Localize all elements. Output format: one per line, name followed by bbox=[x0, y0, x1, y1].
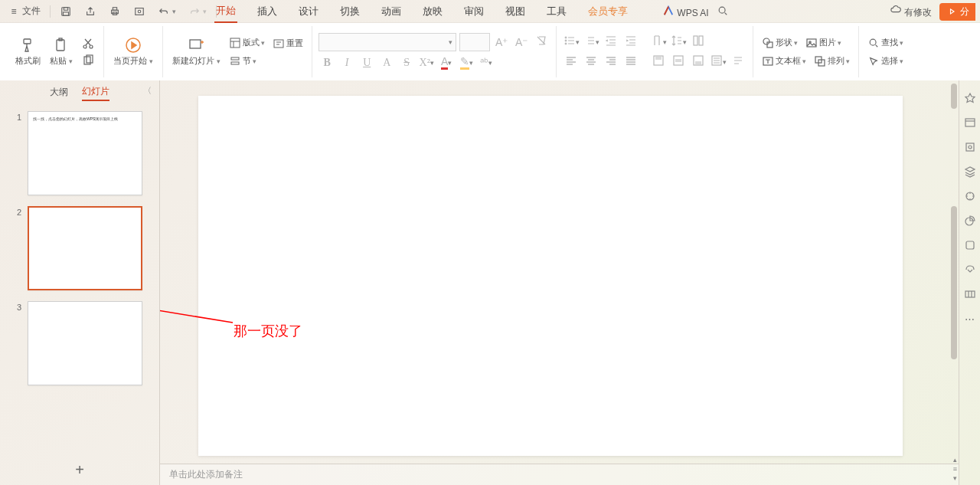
valign-bottom-button[interactable] bbox=[690, 54, 707, 70]
rail-tool1-button[interactable] bbox=[963, 214, 977, 228]
text-direction-icon bbox=[651, 34, 663, 49]
numbering-button[interactable]: ▾ bbox=[583, 34, 599, 51]
rail-tool4-button[interactable] bbox=[963, 287, 977, 301]
slides-tab[interactable]: 幻灯片 bbox=[82, 84, 109, 101]
font-color-icon: A bbox=[441, 55, 448, 70]
share-button[interactable]: 分 bbox=[939, 3, 975, 21]
tab-slideshow[interactable]: 放映 bbox=[421, 0, 444, 23]
rail-more-button[interactable]: ⋯ bbox=[963, 312, 977, 326]
rail-tool2-button[interactable] bbox=[963, 238, 977, 252]
export-button[interactable] bbox=[81, 4, 100, 19]
decrease-font-icon: A⁻ bbox=[515, 36, 528, 48]
superscript-button[interactable]: X²▾ bbox=[418, 54, 435, 71]
slide-number: 1 bbox=[14, 111, 21, 122]
decrease-indent-button[interactable] bbox=[603, 34, 619, 51]
wps-ai-button[interactable]: WPS AI bbox=[662, 5, 709, 18]
add-slide-button[interactable]: + bbox=[0, 454, 159, 485]
section-button[interactable]: 节▾ bbox=[227, 54, 267, 69]
bullets-button[interactable]: ▾ bbox=[563, 34, 580, 51]
scrollbar-thumb[interactable] bbox=[951, 206, 957, 359]
slide-thumbnail-2[interactable] bbox=[28, 206, 142, 290]
rail-format-button[interactable] bbox=[963, 140, 977, 154]
underline-button[interactable]: U bbox=[358, 54, 375, 71]
slide-thumbnail-3[interactable] bbox=[28, 301, 142, 385]
find-button[interactable]: 查找▾ bbox=[865, 35, 906, 51]
svg-rect-33 bbox=[807, 39, 816, 47]
tab-vip[interactable]: 会员专享 bbox=[586, 0, 629, 23]
italic-button[interactable]: I bbox=[338, 54, 355, 71]
text-direction-button[interactable]: ▾ bbox=[650, 34, 667, 51]
tab-tools[interactable]: 工具 bbox=[545, 0, 568, 23]
rtl-button[interactable] bbox=[730, 54, 746, 70]
print-button[interactable] bbox=[106, 4, 124, 19]
notes-area[interactable]: 单击此处添加备注 bbox=[160, 464, 959, 485]
paste-button[interactable]: 粘贴 ▾ bbox=[47, 35, 76, 68]
tab-review[interactable]: 审阅 bbox=[462, 0, 485, 23]
picture-button[interactable]: 图片▾ bbox=[803, 35, 844, 51]
undo-button[interactable]: ▾ bbox=[155, 4, 179, 19]
align-justify-button[interactable] bbox=[622, 54, 639, 70]
font-family-select[interactable]: ▾ bbox=[318, 33, 456, 51]
increase-font-button[interactable]: A⁺ bbox=[493, 34, 510, 51]
tab-animation[interactable]: 动画 bbox=[380, 0, 403, 23]
tab-insert[interactable]: 插入 bbox=[256, 0, 279, 23]
cloud-modified-button[interactable]: 有修改 bbox=[890, 4, 932, 19]
bold-button[interactable]: B bbox=[318, 54, 335, 71]
rail-template-button[interactable] bbox=[963, 116, 977, 129]
tab-transition[interactable]: 切换 bbox=[338, 0, 361, 23]
textbox-button[interactable]: 文本框▾ bbox=[760, 54, 808, 69]
cut-button[interactable] bbox=[82, 38, 94, 50]
copy-button[interactable] bbox=[82, 54, 94, 67]
align-left-icon bbox=[565, 54, 577, 69]
redo-button[interactable]: ▾ bbox=[185, 4, 210, 19]
clear-format-button[interactable] bbox=[533, 34, 550, 51]
highlight-button[interactable]: ✎▾ bbox=[458, 54, 475, 71]
scrollbar-thumb[interactable] bbox=[951, 84, 957, 109]
rail-layers-button[interactable] bbox=[963, 165, 977, 179]
svg-rect-45 bbox=[966, 241, 974, 249]
align-right-button[interactable] bbox=[603, 54, 619, 70]
bullets-icon bbox=[564, 34, 576, 49]
shape-button[interactable]: 形状▾ bbox=[760, 35, 800, 51]
distribute-button[interactable]: ▾ bbox=[710, 54, 727, 70]
scroll-up-button[interactable]: ▴ bbox=[953, 456, 957, 464]
align-left-button[interactable] bbox=[563, 54, 580, 70]
valign-middle-button[interactable] bbox=[670, 54, 687, 70]
select-button[interactable]: 选择▾ bbox=[865, 54, 906, 69]
scroll-menu-button[interactable]: ≡ bbox=[953, 465, 957, 473]
slide-canvas[interactable] bbox=[198, 96, 903, 456]
valign-top-button[interactable] bbox=[650, 54, 667, 70]
columns-button[interactable] bbox=[690, 34, 707, 51]
increase-indent-button[interactable] bbox=[622, 34, 639, 51]
tab-design[interactable]: 设计 bbox=[297, 0, 320, 23]
slide-thumbnail-1[interactable]: 找一找，点击您的幻灯片，高效WPS演示项目上线 bbox=[28, 111, 142, 195]
line-spacing-button[interactable]: ▾ bbox=[670, 34, 687, 51]
format-painter-button[interactable]: 格式刷 bbox=[12, 35, 44, 68]
app-menu-button[interactable]: ≡ 文件 bbox=[5, 3, 44, 19]
strikethrough-button[interactable]: S bbox=[398, 54, 415, 71]
decrease-font-button[interactable]: A⁻ bbox=[513, 34, 530, 51]
rail-tool3-button[interactable] bbox=[963, 263, 977, 277]
font-size-select[interactable] bbox=[459, 33, 490, 51]
preview-button[interactable] bbox=[130, 4, 149, 19]
search-button[interactable] bbox=[717, 5, 729, 18]
tab-view[interactable]: 视图 bbox=[504, 0, 527, 23]
align-center-button[interactable] bbox=[583, 54, 599, 70]
tab-start[interactable]: 开始 bbox=[214, 0, 237, 23]
rail-ai-button[interactable] bbox=[963, 91, 977, 105]
new-slide-button[interactable]: 新建幻灯片 ▾ bbox=[169, 35, 224, 68]
save-button[interactable] bbox=[57, 4, 75, 19]
scroll-down-button[interactable]: ▾ bbox=[953, 474, 957, 482]
font-color-button[interactable]: A▾ bbox=[438, 54, 455, 71]
outline-tab[interactable]: 大纲 bbox=[50, 84, 68, 100]
layout-button[interactable]: 版式▾ bbox=[227, 35, 267, 51]
shadow-button[interactable]: A bbox=[378, 54, 395, 71]
vertical-scrollbar[interactable] bbox=[951, 84, 957, 454]
arrange-button[interactable]: 排列▾ bbox=[812, 54, 852, 69]
svg-rect-28 bbox=[674, 56, 683, 65]
pinyin-button[interactable]: ᵃᵇ▾ bbox=[478, 54, 495, 71]
rail-animation-button[interactable] bbox=[963, 189, 977, 203]
start-from-current-button[interactable]: 当页开始 ▾ bbox=[110, 35, 156, 68]
collapse-panel-button[interactable]: 〈 bbox=[143, 85, 152, 97]
reset-button[interactable]: 重置 bbox=[270, 36, 305, 51]
